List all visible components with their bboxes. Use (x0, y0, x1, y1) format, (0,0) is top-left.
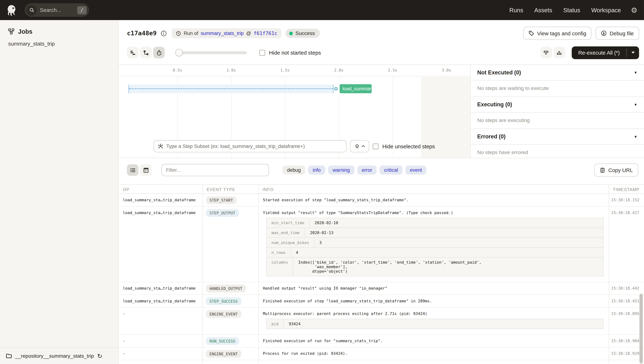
log-timestamp: 15:30:18.904 (609, 335, 644, 347)
gantt-waiting-region[interactable] (128, 85, 333, 93)
log-timestamp: 15:30:18.929 (609, 348, 644, 360)
scroll-to-top-button[interactable] (554, 47, 565, 58)
section-executing[interactable]: Executing (0) ▼ (471, 97, 644, 112)
nav-link-assets[interactable]: Assets (534, 7, 552, 13)
log-row[interactable]: load_summary_sta…trip_dataframe STEP_SUC… (119, 295, 644, 308)
level-chip-warning[interactable]: warning (328, 166, 354, 174)
at-sign: @ (246, 30, 251, 36)
log-level-filters: debug info warning error critical event (282, 166, 426, 174)
section-title: Executing (0) (477, 102, 512, 108)
section-empty-message: No steps are waiting to execute (471, 80, 644, 97)
log-row[interactable]: - RUN_SUCCESS Finished execution of run … (119, 335, 644, 348)
nav-link-workspace[interactable]: Workspace (591, 7, 621, 13)
level-chip-info[interactable]: info (308, 166, 325, 174)
section-not-executed[interactable]: Not Executed (0) ▼ (471, 65, 644, 80)
gantt-waiting-dotted-line (129, 88, 333, 89)
sidebar-spacer (0, 47, 118, 348)
event-type-badge: STEP_OUTPUT (206, 209, 239, 217)
hide-not-started-checkbox[interactable]: Hide not started steps (259, 50, 321, 56)
clipboard-icon (600, 167, 606, 173)
reload-repository-icon[interactable]: ↻ (97, 353, 102, 359)
success-dot-icon (289, 31, 293, 35)
graph-query-toggle-button[interactable] (350, 140, 369, 152)
zoom-slider-knob[interactable] (175, 49, 183, 56)
vertical-scrollbar[interactable] (640, 294, 643, 364)
view-tags-config-button[interactable]: View tags and config (523, 27, 592, 40)
nav-link-status[interactable]: Status (563, 7, 580, 13)
hide-not-started-label: Hide not started steps (269, 50, 321, 56)
log-table: OP EVENT TYPE INFO TIMESTAMP load_summar… (119, 184, 644, 364)
section-errored[interactable]: Errored (0) ▼ (471, 129, 644, 145)
column-divider (609, 185, 609, 364)
level-chip-event[interactable]: event (406, 166, 426, 174)
dagster-logo-icon[interactable] (5, 4, 18, 16)
global-search-input[interactable]: Search... / (25, 3, 89, 17)
metadata-table: min_start_time2020-02-10 max_end_time202… (266, 218, 604, 276)
hide-unselected-checkbox[interactable]: Hide unselected steps (372, 143, 435, 149)
chevron-down-icon[interactable]: ▼ (634, 70, 637, 74)
step-subset-placeholder: Type a Step Subset (ex: load_summary_sta… (166, 143, 305, 149)
hide-unselected-label: Hide unselected steps (382, 143, 435, 149)
gantt-chart-area[interactable]: load_summary_ (119, 77, 470, 158)
main-content: c17a48e9 (119, 20, 644, 364)
level-chip-debug[interactable]: debug (282, 166, 305, 174)
sidebar-item-job[interactable]: summary_stats_trip (0, 35, 118, 47)
section-title: Errored (0) (477, 134, 506, 140)
log-table-header: OP EVENT TYPE INFO TIMESTAMP (119, 185, 644, 194)
job-link[interactable]: summary_stats_trip (201, 30, 244, 36)
step-subset-input[interactable]: Type a Step Subset (ex: load_summary_sta… (154, 140, 346, 152)
checkbox-icon (259, 50, 265, 56)
event-type-badge: ENGINE_EVENT (206, 310, 241, 318)
log-row[interactable]: load_summary_sta…trip_dataframe STEP_STA… (119, 194, 644, 207)
view-tags-config-label: View tags and config (537, 30, 586, 36)
run-of-tag: Run of summary_stats_trip @ f61f761c (172, 28, 282, 38)
axis-tick-label: 1.0s (226, 68, 236, 72)
metadata-table: pid93424 (266, 319, 604, 329)
gantt-step-marker-icon (334, 87, 338, 90)
axis-tick-label: 1.5s (280, 68, 290, 72)
log-row[interactable]: load_summary_sta…trip_dataframe HANDLED_… (119, 282, 644, 295)
log-message: Finished execution of run for "summary_s… (263, 338, 604, 343)
column-divider (258, 185, 259, 364)
view-mode-waterfall-button[interactable] (140, 47, 152, 58)
log-row[interactable]: load_summary_sta…trip_dataframe STEP_OUT… (119, 206, 644, 282)
scroll-to-bottom-button[interactable] (540, 47, 552, 58)
view-mode-timed-button[interactable] (153, 47, 165, 58)
level-chip-critical[interactable]: critical (380, 166, 402, 174)
jobs-sidebar: Jobs summary_stats_trip __repository__su… (0, 20, 119, 364)
log-view-list-button[interactable] (127, 164, 138, 176)
search-shortcut-kbd: / (77, 6, 87, 14)
folder-icon (6, 353, 12, 359)
reexecute-all-label[interactable]: Re-execute All (*) (572, 46, 626, 59)
info-icon[interactable] (161, 30, 167, 36)
chevron-down-icon[interactable]: ▼ (634, 102, 637, 107)
settings-gear-icon[interactable]: ⚙ (631, 6, 638, 14)
log-message: Process for run exited (pid: 93424). (263, 351, 604, 356)
nav-links: Runs Assets Status Workspace (510, 7, 621, 13)
reexecute-dropdown-caret[interactable] (627, 46, 639, 59)
gantt-step-bar[interactable]: load_summary_ (340, 84, 372, 93)
status-label: Success (295, 30, 315, 36)
search-icon (26, 5, 37, 15)
log-view-structured-button[interactable] (140, 164, 152, 176)
repository-footer: __repository__summary_stats_trip ↻ (0, 348, 118, 364)
axis-tick-label: 0.5s (173, 68, 182, 72)
debug-file-button[interactable]: Debug file (596, 27, 639, 40)
reexecute-all-button[interactable]: Re-execute All (*) (572, 46, 639, 59)
view-mode-flat-button[interactable] (127, 47, 138, 58)
axis-tick-label: 2.5s (388, 68, 397, 72)
zoom-slider[interactable] (176, 51, 247, 54)
log-row[interactable]: - ENGINE_EVENT Multiprocess executor: pa… (119, 308, 644, 335)
log-message: Finished execution of step "load_summary… (263, 298, 604, 303)
nav-link-runs[interactable]: Runs (510, 7, 523, 13)
chevron-down-icon[interactable]: ▼ (634, 134, 637, 138)
commit-link[interactable]: f61f761c (254, 30, 277, 36)
log-filter-input[interactable]: Filter... (162, 164, 269, 176)
search-placeholder: Search... (40, 7, 77, 13)
log-row[interactable]: - ENGINE_EVENT Process for run exited (p… (119, 348, 644, 360)
log-message: Handled output "result" using IO manager… (263, 286, 604, 290)
level-chip-error[interactable]: error (357, 166, 376, 174)
copy-url-button[interactable]: Copy URL (594, 164, 638, 176)
section-title: Not Executed (0) (477, 70, 521, 76)
run-of-prefix: Run of (184, 30, 198, 36)
